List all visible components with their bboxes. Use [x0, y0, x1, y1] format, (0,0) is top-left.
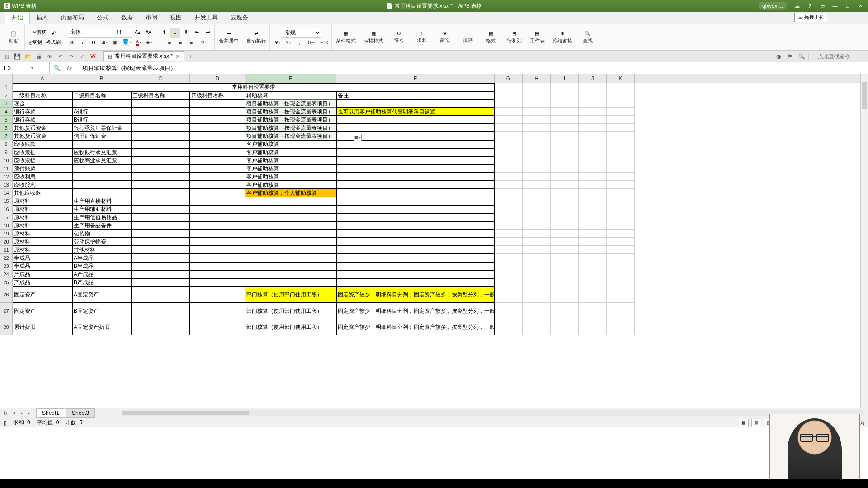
cell[interactable]: [551, 254, 579, 262]
cell[interactable]: [607, 319, 635, 335]
cell[interactable]: 常用科目设置要求: [13, 83, 495, 91]
cell[interactable]: [551, 197, 579, 205]
cancel-formula-icon[interactable]: 🔍: [53, 65, 61, 71]
cell[interactable]: [523, 189, 551, 197]
worksheet-button[interactable]: ▤工作表: [528, 26, 546, 49]
cell[interactable]: 三级科目名称: [131, 91, 190, 99]
cell[interactable]: 生产用辅助材料: [72, 205, 131, 213]
cell[interactable]: [551, 205, 579, 213]
open-button[interactable]: 📂: [24, 52, 33, 61]
cell[interactable]: [523, 173, 551, 181]
cell[interactable]: [523, 319, 551, 335]
sort-button[interactable]: ↕排序: [459, 26, 477, 49]
cell[interactable]: [551, 221, 579, 230]
cell[interactable]: [579, 230, 607, 238]
cell[interactable]: [551, 262, 579, 270]
cell[interactable]: 固定资产较少，明细科目分列；固定资产较多，按类型分列，一般按折旧年限不同分列，固…: [336, 303, 495, 319]
cell[interactable]: 项目辅助核算（按现金流量表项目）: [245, 124, 336, 132]
cell[interactable]: [190, 303, 245, 319]
row-header[interactable]: 4: [0, 108, 13, 116]
cell[interactable]: 原材料: [13, 197, 72, 205]
cell[interactable]: [495, 213, 523, 221]
cell[interactable]: [579, 197, 607, 205]
cell[interactable]: 半成品: [13, 254, 72, 262]
row-header[interactable]: 18: [0, 221, 13, 230]
cell[interactable]: [131, 213, 190, 221]
cell[interactable]: 固定资产: [13, 286, 72, 303]
cell[interactable]: [131, 132, 190, 140]
cell[interactable]: [495, 108, 523, 116]
cell[interactable]: [579, 132, 607, 140]
cell[interactable]: [607, 124, 635, 132]
sum-button[interactable]: Σ求和: [413, 26, 431, 49]
cell[interactable]: [495, 173, 523, 181]
cell[interactable]: [495, 132, 523, 140]
cell[interactable]: [190, 213, 245, 221]
find-button[interactable]: 🔍查找: [579, 26, 597, 49]
cell[interactable]: [131, 197, 190, 205]
cell[interactable]: [245, 238, 336, 246]
cell[interactable]: [245, 230, 336, 238]
cell[interactable]: [495, 221, 523, 230]
cell[interactable]: [607, 303, 635, 319]
cell[interactable]: [607, 132, 635, 140]
font-name-input[interactable]: [68, 28, 113, 38]
cell[interactable]: [579, 181, 607, 189]
font-color-button[interactable]: A▾: [133, 38, 143, 47]
menu-tab-layout[interactable]: 页面布局: [54, 11, 90, 24]
cell[interactable]: 客户辅助核算: [245, 164, 336, 173]
cell[interactable]: [579, 213, 607, 221]
align-left-button[interactable]: ≡: [165, 38, 175, 47]
cell[interactable]: [190, 156, 245, 164]
cell[interactable]: [190, 124, 245, 132]
cell[interactable]: [190, 140, 245, 148]
cell[interactable]: 银行存款: [13, 116, 72, 124]
horizontal-scrollbar[interactable]: [122, 410, 864, 416]
cell[interactable]: [579, 262, 607, 270]
cell[interactable]: [579, 278, 607, 286]
cell[interactable]: [131, 254, 190, 262]
cell[interactable]: 原材料: [13, 246, 72, 254]
cell[interactable]: [579, 189, 607, 197]
cell[interactable]: [190, 99, 245, 108]
cell[interactable]: 其他货币资金: [13, 124, 72, 132]
decimal-inc-button[interactable]: .0→: [305, 38, 317, 47]
cell[interactable]: [190, 246, 245, 254]
cell[interactable]: 部门核算（使用部门使用工段）: [245, 319, 336, 335]
cell[interactable]: [495, 238, 523, 246]
fx-icon[interactable]: fx: [64, 65, 75, 71]
align-middle-button[interactable]: ≡: [170, 28, 180, 38]
cell[interactable]: 固定资产: [13, 303, 72, 319]
cell[interactable]: [607, 262, 635, 270]
cell[interactable]: 项目辅助核算（按现金流量表项目）: [245, 108, 336, 116]
cell[interactable]: [131, 124, 190, 132]
cell[interactable]: [607, 238, 635, 246]
cell[interactable]: 原材料: [13, 230, 72, 238]
paste-button[interactable]: 📋 粘贴: [5, 26, 23, 49]
cell[interactable]: [336, 173, 495, 181]
cell[interactable]: [131, 140, 190, 148]
indent-decrease-button[interactable]: ⇤: [192, 28, 202, 38]
cell[interactable]: [523, 132, 551, 140]
cell[interactable]: [551, 156, 579, 164]
cell[interactable]: [495, 99, 523, 108]
cell[interactable]: [523, 91, 551, 99]
cell[interactable]: [495, 262, 523, 270]
cell[interactable]: 应收账款: [13, 140, 72, 148]
menu-tab-dev[interactable]: 开发工具: [188, 11, 224, 24]
merge-button[interactable]: ⬌合并居中: [217, 26, 240, 49]
cell[interactable]: [336, 164, 495, 173]
menu-tab-view[interactable]: 视图: [164, 11, 188, 24]
cell[interactable]: [579, 238, 607, 246]
cell[interactable]: [495, 286, 523, 303]
restore-sheet-icon[interactable]: ▭: [816, 1, 828, 10]
cell[interactable]: [551, 173, 579, 181]
cell[interactable]: 客户辅助核算；个人辅助核算: [245, 189, 336, 197]
percent-button[interactable]: %: [283, 38, 293, 47]
cell[interactable]: [579, 254, 607, 262]
cell[interactable]: [495, 197, 523, 205]
cell[interactable]: A半成品: [72, 254, 131, 262]
cell[interactable]: 生产用低值易耗品: [72, 213, 131, 221]
cell[interactable]: [607, 181, 635, 189]
clear-format-button[interactable]: ◈▾: [144, 38, 154, 47]
